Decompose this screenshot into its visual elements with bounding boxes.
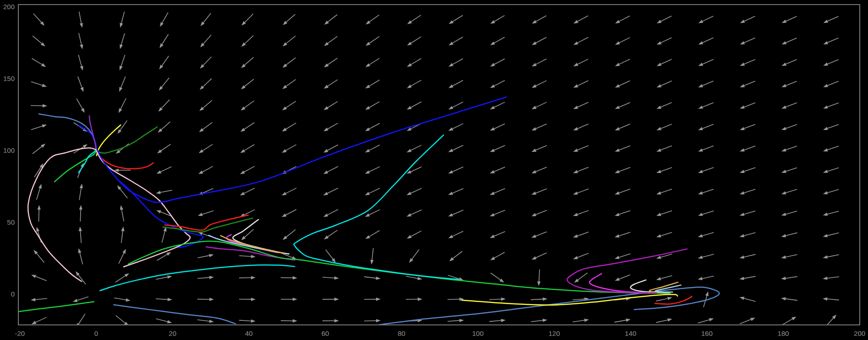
x-tick-label: 20 — [169, 329, 176, 337]
flow-arrow — [197, 299, 209, 300]
x-tick-label: 180 — [777, 329, 789, 337]
y-tick-label: 150 — [3, 75, 15, 82]
flow-arrow — [239, 278, 251, 278]
flow-arrow — [281, 278, 293, 278]
flow-arrow — [80, 210, 81, 221]
flow-arrow — [489, 299, 501, 300]
phase-portrait-figure: -200204060801001201401601802000501001502… — [0, 0, 868, 340]
y-tick-label: 0 — [11, 290, 15, 298]
flow-arrow — [448, 299, 459, 300]
flow-arrow — [39, 210, 39, 221]
x-tick-label: 0 — [94, 329, 98, 337]
flow-arrow — [281, 321, 293, 321]
flow-arrow — [364, 321, 376, 321]
x-tick-label: 120 — [548, 329, 560, 337]
x-tick-label: 60 — [322, 329, 329, 337]
y-tick-label: 200 — [3, 3, 15, 11]
y-tick-label: 100 — [3, 146, 15, 154]
flow-arrow — [406, 299, 418, 300]
plot-area[interactable] — [18, 5, 860, 325]
x-tick-label: 160 — [701, 329, 713, 337]
x-tick-label: 140 — [625, 329, 636, 337]
x-tick-label: 40 — [245, 329, 253, 337]
flow-arrow — [31, 106, 43, 106]
x-tick-label: 80 — [398, 329, 405, 337]
x-tick-label: 100 — [472, 329, 484, 337]
x-tick-label: -20 — [15, 329, 25, 337]
y-tick-label: 50 — [7, 218, 15, 226]
phase-portrait-canvas[interactable]: -200204060801001201401601802000501001502… — [0, 0, 868, 340]
x-tick-label: 200 — [854, 329, 865, 337]
